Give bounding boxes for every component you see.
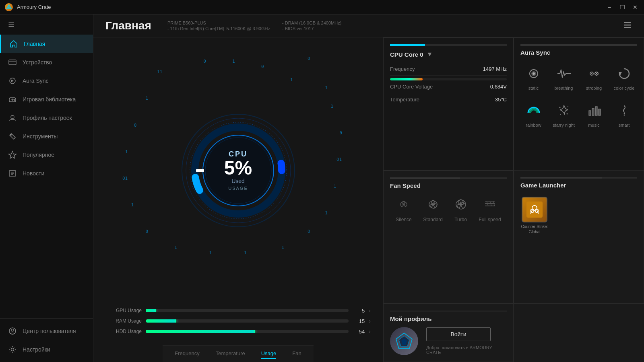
fan-silence-icon: [397, 198, 410, 214]
game-csgo[interactable]: GO Counter-Strike: Global: [520, 197, 549, 234]
fan-silence-label: Silence: [396, 217, 411, 222]
header-menu-icon[interactable]: [623, 21, 632, 31]
spec-col-dram: - DRAM (16.0GB & 2400MHz) - BIOS ver.101…: [282, 21, 341, 31]
ram-arrow-icon: ›: [369, 318, 371, 324]
cpu-gauge: CPU 5% Used USAGE: [174, 106, 303, 235]
gauge-used: Used: [224, 178, 252, 184]
right-panel: CPU Core 0 ▼ Frequency 1497 MHz CPU Core…: [383, 37, 644, 362]
login-button-2[interactable]: Войти: [426, 327, 491, 341]
game-csgo-thumb: GO: [522, 197, 547, 222]
svg-point-38: [596, 73, 597, 74]
hdd-usage-track: [146, 330, 349, 333]
home-icon: [9, 39, 18, 48]
sidebar-item-aura[interactable]: Aura Sync: [0, 72, 93, 90]
my-profile-title-2: Мой профиль: [390, 315, 507, 322]
svg-rect-45: [592, 108, 594, 115]
tab-usage[interactable]: Usage: [261, 349, 277, 359]
svg-rect-46: [595, 107, 597, 115]
aura-strobing-label: strobing: [586, 86, 602, 90]
sidebar-item-news[interactable]: Новости: [0, 164, 93, 183]
hamburger-button[interactable]: ☰: [0, 14, 93, 35]
maximize-button[interactable]: ❐: [618, 4, 626, 10]
gpu-usage-value: 5: [353, 308, 365, 314]
cpu-temp-value: 35°C: [495, 97, 507, 103]
aura-strobing-icon: [584, 64, 604, 83]
tab-frequency[interactable]: Frequency: [175, 349, 199, 359]
cpu-core-panel: CPU Core 0 ▼ Frequency 1497 MHz CPU Core…: [383, 37, 514, 171]
tab-fan[interactable]: Fan: [292, 349, 301, 359]
svg-point-10: [11, 115, 14, 119]
sidebar-label-games: Игровая библиотека: [23, 96, 76, 103]
hdd-usage-value: 54: [353, 329, 365, 335]
svg-rect-44: [589, 111, 591, 115]
aura-rainbow[interactable]: rainbow: [520, 98, 547, 131]
aura-music[interactable]: music: [581, 98, 607, 131]
content-grid: 11 0 1 0 1 0 1 1 0 01 1 1 0 1 1 1 1: [93, 37, 644, 362]
sidebar-item-popular[interactable]: Популярное: [0, 146, 93, 164]
sidebar-item-tools[interactable]: Инструменты: [0, 127, 93, 146]
aura-breathing[interactable]: breathing: [551, 61, 577, 94]
gpu-usage-fill: [146, 309, 156, 312]
svg-point-8: [14, 99, 15, 100]
fan-turbo[interactable]: Turbo: [454, 198, 467, 222]
fan-full-speed[interactable]: Full speed: [479, 198, 501, 222]
cpu-gauge-area: 11 0 1 0 1 0 1 1 0 01 1 1 0 1 1 1 1: [93, 37, 383, 303]
game-launcher-panel: Game Launcher GO Counter-Strike: Global: [514, 171, 644, 304]
sidebar-item-device[interactable]: Устройство: [0, 53, 93, 72]
titlebar: Armoury Crate − ❐ ✕: [0, 0, 644, 14]
fan-standard[interactable]: Standard: [423, 198, 443, 222]
ram-usage-label: RAM Usage: [105, 318, 142, 324]
svg-point-18: [11, 348, 14, 351]
sidebar-item-settings[interactable]: Настройки: [0, 340, 93, 359]
main-layout: ☰ Главная Устройство: [0, 14, 644, 362]
usage-bars: GPU Usage 5 › RAM Usage 15 ›: [93, 303, 383, 345]
aura-smart[interactable]: smart: [611, 98, 637, 131]
aura-smart-icon: [615, 101, 634, 120]
tab-temperature[interactable]: Temperature: [216, 349, 245, 359]
svg-point-52: [460, 203, 462, 206]
ram-usage-fill: [146, 319, 176, 323]
fan-silence[interactable]: Silence: [396, 198, 411, 222]
aura-music-icon: [584, 101, 604, 120]
sidebar-label-aura: Aura Sync: [23, 78, 49, 84]
sidebar-item-home[interactable]: Главная: [0, 35, 93, 53]
window-controls: − ❐ ✕: [605, 4, 639, 10]
aura-starry-night[interactable]: starry night: [551, 98, 577, 131]
app-title: Armoury Crate: [17, 4, 605, 10]
gauge-center: CPU 5% Used USAGE: [224, 150, 252, 191]
svg-rect-20: [624, 25, 631, 26]
sidebar-label-popular: Популярное: [23, 152, 54, 158]
sidebar-item-usercenter[interactable]: Центр пользователя: [0, 322, 93, 340]
svg-point-51: [432, 204, 434, 206]
hdd-arrow-icon: ›: [369, 328, 371, 335]
usercenter-icon: [8, 327, 17, 335]
header-specs: PRIME B560-PLUS - 11th Gen Intel(R) Core…: [167, 21, 607, 31]
fan-fullspeed-label: Full speed: [479, 217, 501, 222]
sidebar-item-profiles[interactable]: Профиль настроек: [0, 109, 93, 127]
cpu-temp-row: Temperature 35°C: [390, 93, 507, 106]
aura-color-cycle[interactable]: color cycle: [611, 61, 637, 94]
svg-point-40: [559, 107, 560, 108]
sidebar-item-games[interactable]: Игровая библиотека: [0, 90, 93, 109]
cpu-core-dropdown-icon[interactable]: ▼: [427, 51, 433, 58]
fan-fullspeed-icon: [483, 198, 496, 214]
content-area: Главная PRIME B560-PLUS - 11th Gen Intel…: [93, 14, 644, 362]
my-profile-panel-2: Мой профиль Войти Добро пожаловать в ARM…: [383, 304, 514, 362]
aura-color-cycle-icon: [615, 64, 634, 83]
aura-static[interactable]: static: [520, 61, 547, 94]
aura-music-label: music: [588, 123, 600, 128]
aura-strobing[interactable]: strobing: [581, 61, 607, 94]
gpu-usage-track: [146, 309, 349, 312]
profile-avatar-2: [390, 327, 418, 355]
close-button[interactable]: ✕: [631, 4, 639, 10]
bottom-tabs: Frequency Temperature Usage Fan: [163, 345, 313, 362]
ram-usage-row: RAM Usage 15 ›: [105, 318, 371, 324]
fan-panel: Fan Speed Silence: [383, 171, 514, 304]
spec-board: PRIME B560-PLUS: [167, 21, 270, 25]
svg-point-1: [8, 6, 10, 8]
minimize-button[interactable]: −: [605, 4, 613, 10]
fan-standard-icon: [427, 198, 440, 214]
cpu-core-title: CPU Core 0: [390, 51, 423, 58]
aura-rainbow-icon: [524, 101, 543, 120]
svg-point-50: [402, 204, 405, 206]
